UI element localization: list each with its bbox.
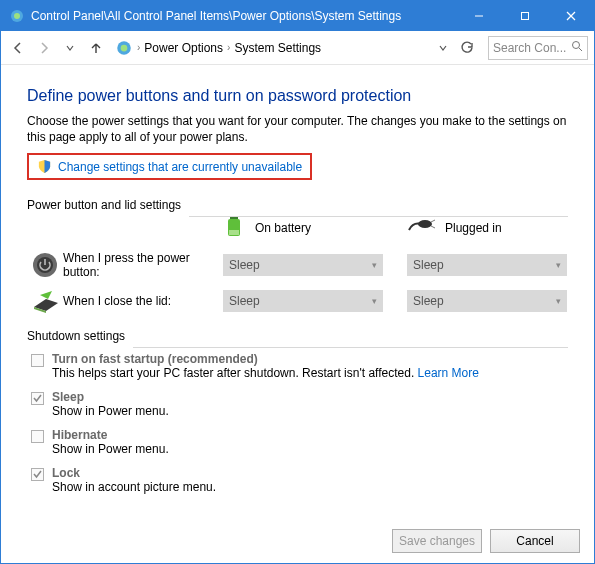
- lid-icon: [27, 289, 63, 313]
- breadcrumb-dropdown-icon[interactable]: [432, 37, 454, 59]
- maximize-button[interactable]: [502, 1, 548, 31]
- checkbox[interactable]: [31, 468, 44, 481]
- chevron-down-icon: ▾: [556, 296, 561, 306]
- checkbox-sublabel: Show in Power menu.: [52, 404, 169, 418]
- minimize-button[interactable]: [456, 1, 502, 31]
- battery-icon: [223, 214, 245, 241]
- shield-icon: [37, 159, 52, 174]
- up-button[interactable]: [85, 37, 107, 59]
- location-icon: [115, 39, 133, 57]
- column-header-battery: On battery: [223, 214, 383, 241]
- search-input[interactable]: Search Con...: [488, 36, 588, 60]
- divider: [133, 347, 568, 348]
- chevron-right-icon: ›: [137, 42, 140, 53]
- close-lid-battery-combo[interactable]: Sleep▾: [223, 290, 383, 312]
- divider: [189, 216, 568, 217]
- chevron-down-icon: ▾: [372, 296, 377, 306]
- breadcrumb-item-system-settings[interactable]: System Settings: [234, 41, 321, 55]
- chevron-right-icon: ›: [227, 42, 230, 53]
- back-button[interactable]: [7, 37, 29, 59]
- checkbox-label: Turn on fast startup (recommended): [52, 352, 479, 366]
- navbar: › Power Options › System Settings Search…: [1, 31, 594, 65]
- window-controls: [456, 1, 594, 31]
- checkbox-sublabel: Show in Power menu.: [52, 442, 169, 456]
- row-label-close-lid: When I close the lid:: [63, 294, 223, 308]
- checkbox-label: Lock: [52, 466, 216, 480]
- shutdown-item-lock: LockShow in account picture menu.: [27, 463, 568, 501]
- svg-line-14: [431, 220, 435, 222]
- svg-point-7: [121, 44, 128, 51]
- checkbox[interactable]: [31, 430, 44, 443]
- content: Define power buttons and turn on passwor…: [1, 65, 594, 563]
- shutdown-item-hibernate: HibernateShow in Power menu.: [27, 425, 568, 463]
- section-title: Power button and lid settings: [27, 198, 189, 212]
- save-button[interactable]: Save changes: [392, 529, 482, 553]
- row-label-power-button: When I press the power button:: [63, 251, 223, 279]
- svg-line-15: [431, 226, 435, 228]
- column-header-plugged: Plugged in: [407, 218, 567, 237]
- checkbox-label: Hibernate: [52, 428, 169, 442]
- forward-button[interactable]: [33, 37, 55, 59]
- change-settings-link[interactable]: Change settings that are currently unava…: [58, 160, 302, 174]
- checkbox-sublabel: This helps start your PC faster after sh…: [52, 366, 418, 380]
- breadcrumb-item-power-options[interactable]: Power Options: [144, 41, 223, 55]
- svg-point-8: [573, 42, 580, 49]
- column-label-plugged: Plugged in: [445, 221, 502, 235]
- power-button-section: Power button and lid settings On battery…: [27, 192, 568, 313]
- chevron-down-icon: ▾: [556, 260, 561, 270]
- svg-line-9: [579, 48, 582, 51]
- close-button[interactable]: [548, 1, 594, 31]
- power-button-icon: [27, 251, 63, 279]
- checkbox-label: Sleep: [52, 390, 169, 404]
- power-button-battery-combo[interactable]: Sleep▾: [223, 254, 383, 276]
- cancel-button[interactable]: Cancel: [490, 529, 580, 553]
- svg-point-1: [14, 13, 20, 19]
- search-icon: [571, 40, 583, 55]
- page-title: Define power buttons and turn on passwor…: [27, 87, 568, 105]
- footer: Save changes Cancel: [392, 529, 580, 553]
- svg-point-13: [418, 220, 432, 228]
- app-icon: [9, 8, 25, 24]
- page-description: Choose the power settings that you want …: [27, 113, 568, 145]
- shutdown-section: Shutdown settings Turn on fast startup (…: [27, 323, 568, 501]
- window-title: Control Panel\All Control Panel Items\Po…: [31, 9, 456, 23]
- svg-rect-3: [522, 13, 529, 20]
- chevron-down-icon: ▾: [372, 260, 377, 270]
- checkbox-sublabel: Show in account picture menu.: [52, 480, 216, 494]
- checkbox[interactable]: [31, 354, 44, 367]
- search-placeholder: Search Con...: [493, 41, 566, 55]
- window: Control Panel\All Control Panel Items\Po…: [0, 0, 595, 564]
- breadcrumb[interactable]: › Power Options › System Settings: [111, 39, 428, 57]
- learn-more-link[interactable]: Learn More: [418, 366, 479, 380]
- section-title: Shutdown settings: [27, 329, 133, 343]
- refresh-button[interactable]: [456, 37, 478, 59]
- plug-icon: [407, 218, 435, 237]
- close-lid-plugged-combo[interactable]: Sleep▾: [407, 290, 567, 312]
- history-dropdown-icon[interactable]: [59, 37, 81, 59]
- svg-rect-12: [229, 230, 239, 235]
- shutdown-list: Turn on fast startup (recommended) This …: [27, 349, 568, 501]
- column-label-battery: On battery: [255, 221, 311, 235]
- shutdown-item-fast-startup: Turn on fast startup (recommended) This …: [27, 349, 568, 387]
- change-settings-highlight: Change settings that are currently unava…: [27, 153, 312, 180]
- checkbox[interactable]: [31, 392, 44, 405]
- shutdown-item-sleep: SleepShow in Power menu.: [27, 387, 568, 425]
- titlebar[interactable]: Control Panel\All Control Panel Items\Po…: [1, 1, 594, 31]
- power-button-plugged-combo[interactable]: Sleep▾: [407, 254, 567, 276]
